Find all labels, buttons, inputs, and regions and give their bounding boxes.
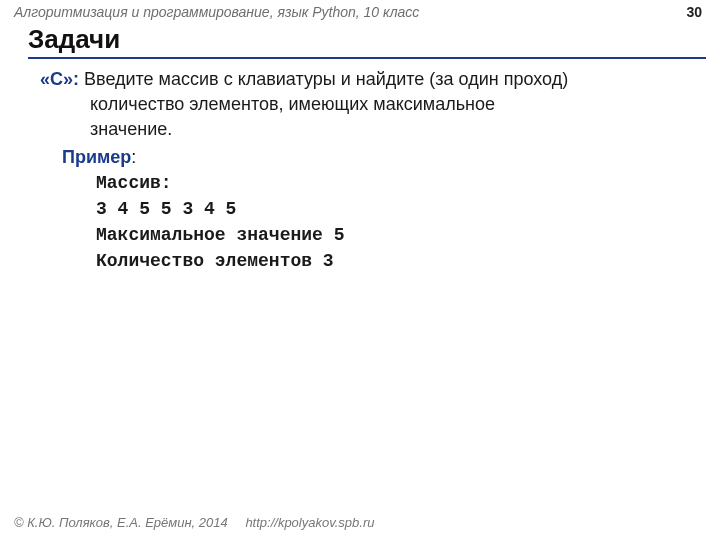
- title-container: Задачи: [28, 24, 706, 59]
- example-label: Пример: [62, 147, 131, 167]
- task-block: «C»: Введите массив с клавиатуры и найди…: [40, 67, 690, 143]
- footer: © К.Ю. Поляков, Е.А. Ерёмин, 2014 http:/…: [14, 515, 374, 530]
- example-line-1: Массив:: [96, 170, 690, 196]
- footer-url: http://kpolyakov.spb.ru: [245, 515, 374, 530]
- task-text-1: Введите массив с клавиатуры и найдите (з…: [84, 69, 568, 89]
- example-line-2: 3 4 5 5 3 4 5: [96, 196, 690, 222]
- example-colon: :: [131, 147, 136, 167]
- footer-copyright: © К.Ю. Поляков, Е.А. Ерёмин, 2014: [14, 515, 228, 530]
- content-area: «C»: Введите массив с клавиатуры и найди…: [0, 59, 720, 274]
- course-title: Алгоритмизация и программирование, язык …: [14, 4, 419, 20]
- page-number: 30: [686, 4, 702, 20]
- header-bar: Алгоритмизация и программирование, язык …: [0, 0, 720, 22]
- task-line-3: значение.: [90, 117, 690, 142]
- example-block: Пример: Массив: 3 4 5 5 3 4 5 Максимальн…: [40, 145, 690, 275]
- example-line-3: Максимальное значение 5: [96, 222, 690, 248]
- task-line-1: «C»: Введите массив с клавиатуры и найди…: [40, 67, 690, 92]
- page-title: Задачи: [28, 24, 706, 55]
- example-line-4: Количество элементов 3: [96, 248, 690, 274]
- task-line-2: количество элементов, имеющих максимальн…: [90, 92, 690, 117]
- task-marker: «C»:: [40, 69, 79, 89]
